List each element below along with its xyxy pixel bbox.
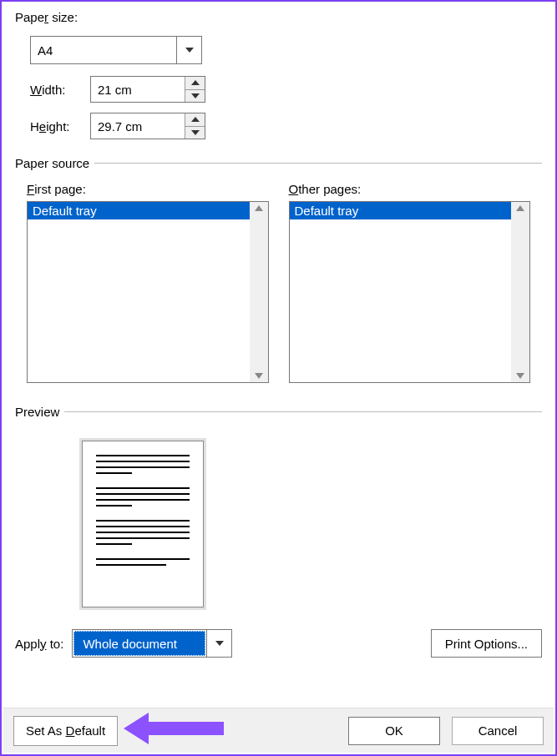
apply-to-value: Whole document	[73, 631, 205, 656]
width-spin-up[interactable]	[185, 77, 205, 89]
width-input[interactable]	[91, 77, 185, 102]
chevron-down-icon[interactable]	[176, 37, 201, 63]
chevron-down-icon[interactable]	[206, 630, 231, 657]
width-spin-down[interactable]	[185, 89, 205, 103]
paper-size-value: A4	[31, 37, 176, 63]
print-options-button[interactable]: Print Options...	[431, 629, 542, 658]
height-input[interactable]	[91, 113, 185, 139]
height-spin-down[interactable]	[185, 126, 205, 139]
dialog-footer: Set As Default OK Cancel	[3, 708, 554, 753]
width-label: Width:	[30, 83, 80, 97]
set-as-default-button[interactable]: Set As Default	[13, 716, 118, 746]
other-pages-scrollbar[interactable]	[511, 202, 529, 382]
height-spin-up[interactable]	[185, 113, 205, 126]
other-pages-label: Other pages:	[289, 182, 362, 196]
paper-source-legend: Paper source	[15, 156, 94, 170]
preview-group: Preview	[15, 405, 542, 607]
paper-size-label: Paper size:	[15, 10, 542, 24]
scroll-down-icon	[255, 373, 263, 379]
apply-to-label: Apply to:	[15, 637, 63, 651]
height-spinner[interactable]	[90, 113, 205, 139]
first-page-listbox[interactable]: Default tray	[27, 201, 269, 383]
other-pages-option-selected[interactable]: Default tray	[290, 202, 512, 219]
preview-legend: Preview	[15, 405, 64, 419]
first-page-label: First page:	[27, 182, 86, 196]
first-page-scrollbar[interactable]	[250, 202, 268, 382]
apply-to-dropdown[interactable]: Whole document	[72, 629, 232, 658]
paper-size-dropdown[interactable]: A4	[30, 36, 202, 64]
width-spinner[interactable]	[90, 76, 205, 103]
scroll-up-icon	[516, 205, 524, 211]
ok-button[interactable]: OK	[348, 717, 440, 745]
scroll-down-icon	[516, 373, 524, 379]
scroll-up-icon	[255, 205, 263, 211]
paper-source-group: Paper source First page: Default tray	[15, 156, 542, 383]
cancel-button[interactable]: Cancel	[452, 717, 544, 745]
height-label: Height:	[30, 119, 80, 134]
first-page-option-selected[interactable]: Default tray	[28, 202, 250, 219]
other-pages-listbox[interactable]: Default tray	[289, 201, 531, 383]
page-preview	[82, 441, 204, 607]
